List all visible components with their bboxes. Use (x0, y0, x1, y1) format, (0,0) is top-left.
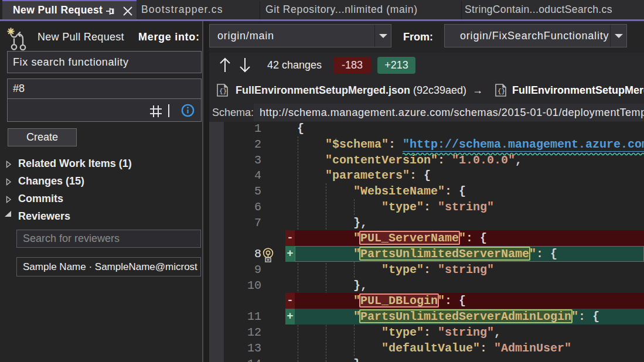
svg-text:{}: {} (498, 88, 505, 95)
svg-text:{}: {} (219, 88, 227, 95)
